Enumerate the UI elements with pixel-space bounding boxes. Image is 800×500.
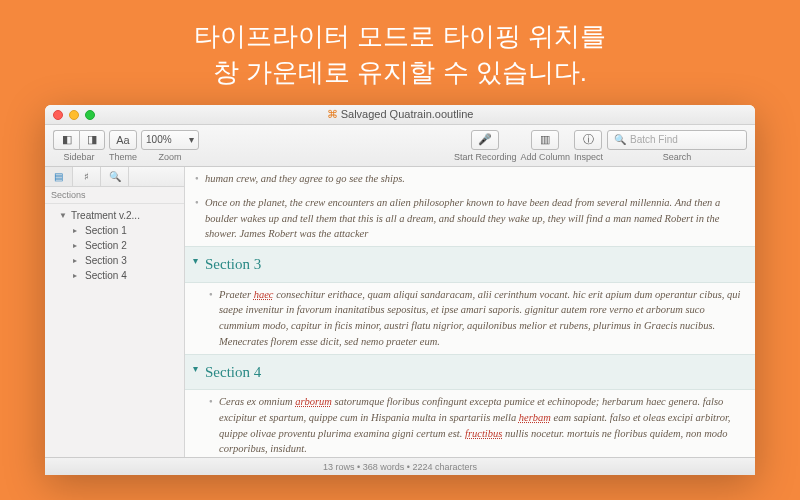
headline-line-2: 창 가운데로 유지할 수 있습니다. [0,54,800,90]
sidebar-item-label: Section 1 [85,225,127,236]
sidebar-item-section-4[interactable]: ▸ Section 4 [45,268,184,283]
outline-row[interactable]: human crew, and they agree to go see the… [185,167,755,191]
inspect-label: Inspect [574,152,603,162]
spell-error[interactable]: herbam [519,412,551,423]
theme-group: Aa Theme [109,130,137,162]
row-text: Once on the planet, the crew encounters … [205,197,720,240]
document-icon: ⌘ [327,108,338,120]
zoom-label: Zoom [159,152,182,162]
search-icon: 🔍 [614,134,626,145]
window-controls [53,110,95,120]
minimize-button[interactable] [69,110,79,120]
status-text: 13 rows • 368 words • 2224 characters [323,462,477,472]
section-title: Section 3 [205,256,261,272]
start-recording-button[interactable]: 🎤 [471,130,499,150]
add-column-icon: ▥ [540,133,550,146]
inspect-group: ⓘ Inspect [574,130,603,162]
disclosure-triangle-icon[interactable]: ▼ [59,211,67,220]
search-input[interactable]: 🔍 Batch Find [607,130,747,150]
mic-icon: 🎤 [478,133,492,146]
chevron-down-icon: ▾ [189,134,194,145]
zoom-button[interactable] [85,110,95,120]
sidebar-item-section-1[interactable]: ▸ Section 1 [45,223,184,238]
sidebar-right-button[interactable]: ◨ [79,130,105,150]
search-group: 🔍 Batch Find Search [607,130,747,162]
search-tab[interactable]: 🔍 [101,167,129,186]
chevron-right-icon[interactable]: ▸ [73,226,81,235]
add-column-label: Add Column [520,152,570,162]
chevron-right-icon[interactable]: ▸ [73,241,81,250]
sections-tab[interactable]: ▤ [45,167,73,186]
row-text: Praeter [219,289,254,300]
headline-line-1: 타이프라이터 모드로 타이핑 위치를 [0,18,800,54]
sidebar-label: Sidebar [63,152,94,162]
outline-row[interactable]: Ceras ex omnium arborum satorumque flori… [185,390,755,457]
outline-row[interactable]: Praeter haec consechitur erithace, quam … [185,283,755,354]
sidebar-item-label: Section 4 [85,270,127,281]
spell-error[interactable]: fructibus [465,428,502,439]
spell-error[interactable]: haec [254,289,274,300]
theme-button[interactable]: Aa [109,130,137,150]
outline-row[interactable]: Once on the planet, the crew encounters … [185,191,755,246]
inspect-button[interactable]: ⓘ [574,130,602,150]
search-label: Search [663,152,692,162]
close-button[interactable] [53,110,63,120]
sidebar-item-label: Section 3 [85,255,127,266]
chevron-right-icon[interactable]: ▸ [73,271,81,280]
promo-headline: 타이프라이터 모드로 타이핑 위치를 창 가운데로 유지할 수 있습니다. [0,0,800,91]
sidebar-item-section-3[interactable]: ▸ Section 3 [45,253,184,268]
section-heading-3[interactable]: Section 3 [185,246,755,283]
row-text: human crew, and they agree to go see the… [205,173,405,184]
zoom-group: 100% ▾ Zoom [141,130,199,162]
start-recording-label: Start Recording [454,152,517,162]
sidebar-item-label: Treatment v.2... [71,210,140,221]
sidebar-tabs: ▤ ♯ 🔍 [45,167,184,187]
spell-error[interactable]: arborum [295,396,332,407]
inspect-icon: ⓘ [583,132,594,147]
row-text: consechitur erithace, quam aliqui sandar… [219,289,740,347]
record-group: 🎤 Start Recording [454,130,517,162]
sidebar-left-button[interactable]: ◧ [53,130,79,150]
theme-label: Theme [109,152,137,162]
row-text: Ceras ex omnium [219,396,295,407]
section-title: Section 4 [205,364,261,380]
section-heading-4[interactable]: Section 4 [185,354,755,391]
sidebar-item-label: Section 2 [85,240,127,251]
styles-tab[interactable]: ♯ [73,167,101,186]
toolbar: ◧ ◨ Sidebar Aa Theme 100% ▾ Zoom 🎤 Start… [45,125,755,167]
app-window: ⌘ Salvaged Quatrain.ooutline ◧ ◨ Sidebar… [45,105,755,475]
sidebar-item-treatment[interactable]: ▼ Treatment v.2... [45,208,184,223]
zoom-value: 100% [146,134,172,145]
sidebar: ▤ ♯ 🔍 Sections ▼ Treatment v.2... ▸ Sect… [45,167,185,457]
window-title: ⌘ Salvaged Quatrain.ooutline [45,108,755,121]
window-title-text: Salvaged Quatrain.ooutline [341,108,474,120]
status-bar: 13 rows • 368 words • 2224 characters [45,457,755,475]
sidebar-section-label: Sections [45,187,184,204]
sidebar-toggle-group: ◧ ◨ Sidebar [53,130,105,162]
add-column-group: ▥ Add Column [520,130,570,162]
editor-content[interactable]: human crew, and they agree to go see the… [185,167,755,457]
search-placeholder: Batch Find [630,134,678,145]
sidebar-item-section-2[interactable]: ▸ Section 2 [45,238,184,253]
window-body: ▤ ♯ 🔍 Sections ▼ Treatment v.2... ▸ Sect… [45,167,755,457]
titlebar: ⌘ Salvaged Quatrain.ooutline [45,105,755,125]
zoom-dropdown[interactable]: 100% ▾ [141,130,199,150]
outline-tree: ▼ Treatment v.2... ▸ Section 1 ▸ Section… [45,204,184,287]
chevron-right-icon[interactable]: ▸ [73,256,81,265]
add-column-button[interactable]: ▥ [531,130,559,150]
